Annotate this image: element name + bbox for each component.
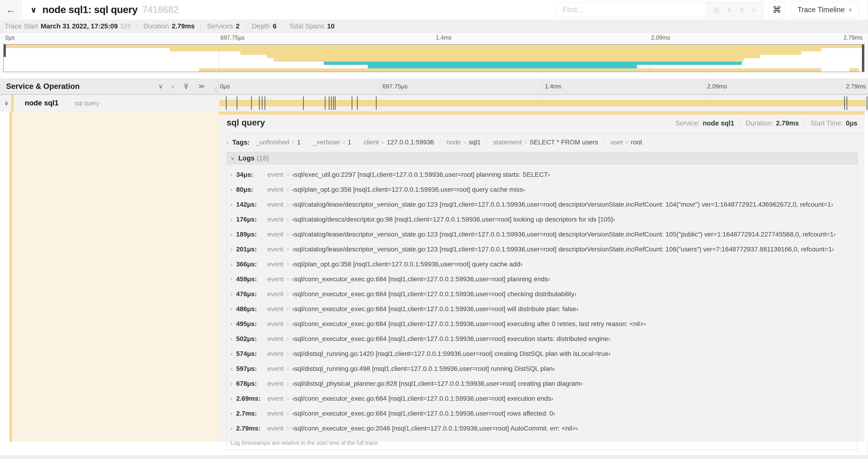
log-field-value: ‹sql/conn_executor_exec.go:684 [nsql1,cl… bbox=[292, 335, 611, 342]
log-entry[interactable]: ›502μs:event=‹sql/conn_executor_exec.go:… bbox=[230, 331, 857, 346]
tag-value: 1 bbox=[297, 138, 301, 146]
separator bbox=[358, 138, 358, 146]
log-entry[interactable]: ›495μs:event=‹sql/conn_executor_exec.go:… bbox=[230, 317, 857, 331]
column-resize-grip[interactable] bbox=[215, 87, 217, 93]
log-marker-tick[interactable] bbox=[357, 96, 358, 110]
view-selector-button[interactable]: Trace Timeline ∨ bbox=[791, 2, 859, 18]
minimap-left-scrub-handle[interactable] bbox=[4, 44, 6, 57]
log-field-value: ‹sql/catalog/lease/descriptor_version_st… bbox=[292, 231, 836, 238]
summary-value: 0μs bbox=[846, 120, 858, 127]
collapse-one-icon[interactable]: ∨ bbox=[158, 83, 163, 90]
log-marker-tick[interactable] bbox=[329, 96, 330, 110]
log-field-key: event bbox=[268, 275, 283, 283]
log-field-key: event bbox=[268, 320, 283, 328]
trace-timeline-page: ← ∨ node sql1: sql query 7418682 ◎ ∧ ∨ ×… bbox=[0, 0, 868, 459]
log-marker-tick[interactable] bbox=[262, 96, 262, 110]
log-entry[interactable]: ›476μs:event=‹sql/conn_executor_exec.go:… bbox=[230, 287, 857, 302]
tag-item[interactable]: node=sql1 bbox=[446, 138, 480, 146]
log-marker-tick[interactable] bbox=[303, 96, 304, 110]
log-marker-tick[interactable] bbox=[867, 96, 867, 110]
log-timestamp: 459μs: bbox=[236, 275, 264, 283]
summary-label: Duration: bbox=[746, 120, 773, 127]
equals-sign: = bbox=[291, 139, 294, 146]
log-marker-tick[interactable] bbox=[265, 96, 265, 110]
log-entry[interactable]: ›678μs:event=‹sql/distsql_physical_plann… bbox=[230, 376, 857, 391]
equals-sign: = bbox=[381, 139, 384, 146]
tag-key: _verbose bbox=[313, 138, 340, 146]
tag-item[interactable]: user=root bbox=[611, 138, 642, 146]
log-entry[interactable]: ›176μs:event=‹sql/catalog/descs/descript… bbox=[230, 212, 857, 227]
tag-item[interactable]: _unfinished=1 bbox=[256, 138, 301, 146]
expand-one-icon[interactable]: › bbox=[172, 83, 174, 90]
tags-row[interactable]: › Tags: _unfinished=1_verbose=1client=12… bbox=[226, 136, 858, 148]
log-marker-tick[interactable] bbox=[259, 96, 260, 110]
log-entry[interactable]: ›189μs:event=‹sql/catalog/lease/descript… bbox=[230, 227, 857, 242]
logs-label: Logs bbox=[239, 154, 254, 162]
tick-label: 697.75μs bbox=[382, 83, 408, 90]
expand-all-icon[interactable]: ≫ bbox=[198, 83, 205, 90]
span-bar-area[interactable] bbox=[218, 95, 868, 111]
span-row-node-sql1[interactable]: ∨ node sql1 sql query bbox=[0, 95, 868, 111]
divider bbox=[226, 134, 865, 134]
logs-list: ›34μs:event=‹sql/exec_util.go:2297 [nsql… bbox=[227, 164, 857, 436]
separator bbox=[740, 120, 740, 127]
separator bbox=[137, 23, 137, 30]
log-marker-tick[interactable] bbox=[251, 96, 252, 110]
log-field-value: ‹sql/conn_executor_exec.go:684 [nsql1,cl… bbox=[292, 395, 553, 402]
collapse-all-icon[interactable]: ≫ bbox=[183, 83, 189, 90]
keyboard-shortcuts-button[interactable]: ⌘ bbox=[769, 2, 785, 18]
chevron-right-icon: › bbox=[230, 291, 232, 297]
tag-value: sql1 bbox=[469, 138, 480, 146]
log-marker-tick[interactable] bbox=[333, 96, 334, 110]
back-button[interactable]: ← bbox=[0, 0, 22, 20]
log-entry[interactable]: ›142μs:event=‹sql/catalog/lease/descript… bbox=[230, 197, 857, 212]
log-field-value: ‹sql/plan_opt.go:358 [nsql1,client=127.0… bbox=[292, 261, 522, 268]
log-marker-tick[interactable] bbox=[331, 96, 332, 110]
log-field-key: event bbox=[268, 245, 283, 253]
log-entry[interactable]: ›2.7ms:event=‹sql/conn_executor_exec.go:… bbox=[230, 406, 857, 421]
chevron-right-icon: › bbox=[230, 321, 232, 327]
equals-sign: = bbox=[286, 231, 289, 238]
log-marker-tick[interactable] bbox=[325, 96, 326, 110]
log-entry[interactable]: ›486μs:event=‹sql/conn_executor_exec.go:… bbox=[230, 302, 857, 317]
row-collapse-chevron-icon[interactable]: ∨ bbox=[4, 99, 9, 107]
service-operation-title: Service & Operation bbox=[6, 82, 80, 91]
equals-sign: = bbox=[286, 366, 289, 372]
log-field-value: ‹sql/conn_executor_exec.go:684 [nsql1,cl… bbox=[292, 320, 646, 328]
log-marker-tick[interactable] bbox=[335, 96, 336, 110]
log-entry[interactable]: ›201μs:event=‹sql/catalog/lease/descript… bbox=[230, 242, 857, 257]
equals-sign: = bbox=[286, 291, 289, 297]
tag-item[interactable]: client=127.0.0.1:59936 bbox=[364, 138, 434, 146]
log-entry[interactable]: ›80μs:event=‹sql/plan_opt.go:358 [nsql1,… bbox=[230, 182, 857, 197]
tag-item[interactable]: _verbose=1 bbox=[313, 138, 351, 146]
log-marker-tick[interactable] bbox=[226, 96, 226, 110]
log-field-value: ‹sql/conn_executor_exec.go:684 [nsql1,cl… bbox=[292, 290, 577, 298]
minimap-right-scrub-handle[interactable] bbox=[862, 44, 864, 72]
span-duration-bar[interactable] bbox=[219, 100, 866, 106]
log-marker-tick[interactable] bbox=[844, 96, 845, 110]
log-entry[interactable]: ›2.69ms:event=‹sql/conn_executor_exec.go… bbox=[230, 391, 857, 406]
logs-header[interactable]: ∨ Logs (18) bbox=[227, 152, 857, 164]
chevron-right-icon: › bbox=[226, 139, 228, 145]
log-entry[interactable]: ›574μs:event=‹sql/distsql_running.go:142… bbox=[230, 346, 857, 361]
clear-search-icon[interactable]: × bbox=[751, 6, 756, 13]
prev-result-icon[interactable]: ∧ bbox=[727, 6, 732, 13]
log-entry[interactable]: ›366μs:event=‹sql/plan_opt.go:358 [nsql1… bbox=[230, 257, 857, 272]
log-marker-tick[interactable] bbox=[846, 96, 847, 110]
log-marker-tick[interactable] bbox=[376, 96, 377, 110]
find-input[interactable] bbox=[557, 2, 706, 18]
detail-summary-item: Duration:2.79ms bbox=[746, 120, 799, 127]
chevron-right-icon: › bbox=[230, 336, 232, 342]
log-entry[interactable]: ›2.79ms:event=‹sql/conn_executor_exec.go… bbox=[230, 421, 857, 436]
locate-icon[interactable]: ◎ bbox=[714, 6, 720, 13]
log-marker-tick[interactable] bbox=[352, 96, 352, 110]
log-entry[interactable]: ›459μs:event=‹sql/conn_executor_exec.go:… bbox=[230, 272, 857, 287]
detail-summary-item: Start Time:0μs bbox=[810, 120, 858, 127]
next-result-icon[interactable]: ∨ bbox=[739, 6, 744, 13]
log-entry[interactable]: ›34μs:event=‹sql/exec_util.go:2297 [nsql… bbox=[230, 167, 857, 182]
log-marker-tick[interactable] bbox=[237, 96, 237, 110]
log-entry[interactable]: ›597μs:event=‹sql/distsql_running.go:498… bbox=[230, 361, 857, 376]
trace-collapse-chevron-icon[interactable]: ∨ bbox=[30, 5, 37, 14]
tag-item[interactable]: statement=SELECT * FROM users bbox=[493, 138, 598, 146]
minimap-canvas[interactable] bbox=[3, 44, 865, 72]
